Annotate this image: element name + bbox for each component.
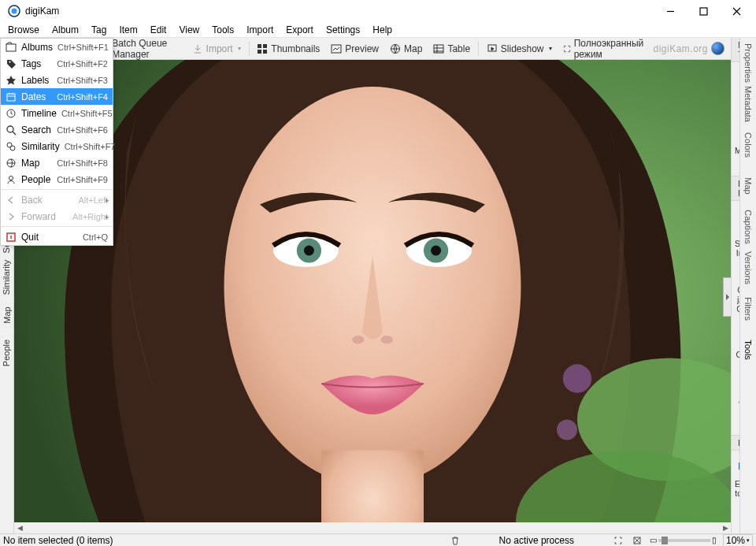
right-tab-properties[interactable]: Properties xyxy=(743,43,753,83)
status-trash-button[interactable] xyxy=(449,535,461,546)
zoom-slider[interactable]: ▭ ▯ xyxy=(650,536,717,544)
browse-item-map[interactable]: MapCtrl+Shift+F8 xyxy=(1,154,113,171)
menu-tools[interactable]: Tools xyxy=(206,23,240,37)
tags-icon xyxy=(6,58,17,69)
browse-item-back[interactable]: BackAlt+Left▸ xyxy=(1,191,113,208)
tb-slideshow[interactable]: Slideshow▾ xyxy=(482,42,557,56)
title-bar: digiKam xyxy=(0,0,756,22)
browse-item-people[interactable]: PeopleCtrl+Shift+F9 xyxy=(1,171,113,188)
close-button[interactable] xyxy=(720,0,753,22)
right-tab-colors[interactable]: Colors xyxy=(743,132,753,158)
tool-export-box[interactable]: boxExport to Box xyxy=(733,455,740,511)
tool-adjust-time[interactable]: Adjust Time Date xyxy=(733,372,740,427)
forward-icon xyxy=(6,211,17,222)
menu-view[interactable]: View xyxy=(172,23,206,37)
quit-icon xyxy=(6,232,17,243)
tb-table[interactable]: Table xyxy=(428,42,475,56)
globe-icon xyxy=(711,42,724,55)
right-tab-metadata[interactable]: Metadata xyxy=(743,86,753,122)
tb-map[interactable]: Map xyxy=(385,42,427,56)
tb-thumbnails[interactable]: Thumbnails xyxy=(252,42,324,56)
menu-import[interactable]: Import xyxy=(240,23,280,37)
browse-item-forward[interactable]: ForwardAlt+Right▸ xyxy=(1,208,113,225)
svg-point-66 xyxy=(9,176,13,180)
svg-rect-7 xyxy=(263,50,267,54)
main-toolbar: Batch Queue Manager Import▾ Thumbnails P… xyxy=(14,38,731,60)
tool-blend[interactable]: Blend Stacked Images xyxy=(733,206,740,261)
menu-settings[interactable]: Settings xyxy=(320,23,366,37)
svg-point-20 xyxy=(431,246,441,256)
tool-print[interactable]: Print Creator xyxy=(733,317,740,372)
browse-item-timeline[interactable]: TimelineCtrl+Shift+F5 xyxy=(1,105,113,121)
tool-image-editor[interactable]: Image Editor xyxy=(733,67,740,122)
minimize-button[interactable] xyxy=(654,0,687,22)
browse-item-dates[interactable]: DatesCtrl+Shift+F4 xyxy=(1,88,113,105)
svg-point-21 xyxy=(352,336,365,344)
section-main-tools: Main Tools Image Editor Tag Manager Batc… xyxy=(732,38,739,176)
browse-item-search[interactable]: SearchCtrl+Shift+F6 xyxy=(1,121,113,138)
svg-point-26 xyxy=(557,420,577,440)
tb-fullscreen[interactable]: Полноэкранный режим xyxy=(558,36,652,61)
right-tab-filters[interactable]: Filters xyxy=(743,297,753,321)
menu-export[interactable]: Export xyxy=(280,23,320,37)
app-icon xyxy=(8,5,20,17)
brand-link[interactable]: digiKam.org xyxy=(653,42,728,55)
menu-album[interactable]: Album xyxy=(46,23,85,37)
tb-preview[interactable]: Preview xyxy=(326,42,384,56)
left-tab-map[interactable]: Map xyxy=(2,306,12,323)
status-process: No active process xyxy=(499,535,574,546)
section-header: Main Tools xyxy=(732,38,740,62)
right-tab-tools[interactable]: Tools xyxy=(743,340,753,360)
browse-item-similarity[interactable]: SimilarityCtrl+Shift+F7 xyxy=(1,138,113,154)
scroll-right-arrow[interactable]: ▶ xyxy=(720,522,731,533)
tb-import[interactable]: Import▾ xyxy=(187,42,246,56)
right-sidebar-tabs: Properties Metadata Colors Map Captions … xyxy=(740,38,756,533)
menu-edit[interactable]: Edit xyxy=(144,23,173,37)
left-tab-people[interactable]: People xyxy=(2,340,12,366)
section-header: Post-Processing xyxy=(732,176,740,201)
browse-item-labels[interactable]: LabelsCtrl+Shift+F3 xyxy=(1,72,113,88)
svg-point-62 xyxy=(7,126,13,132)
right-tab-versions[interactable]: Versions xyxy=(743,251,753,284)
browse-item-albums[interactable]: AlbumsCtrl+Shift+F1 xyxy=(1,39,113,55)
image-preview-area[interactable]: ◀ ▶ xyxy=(14,60,731,533)
svg-point-1 xyxy=(12,9,17,14)
status-selection: No item selected (0 items) xyxy=(3,535,113,546)
app-title: digiKam xyxy=(25,6,59,17)
right-tab-captions[interactable]: Captions xyxy=(743,210,753,243)
section-export: Export boxExport to Box Export to Dropbo… xyxy=(732,436,739,533)
tool-jalbum[interactable]: Create jAlbum Gallery xyxy=(733,262,740,317)
menu-tag[interactable]: Tag xyxy=(85,23,113,37)
menu-browse[interactable]: Browse xyxy=(2,23,46,37)
left-tab-similarity[interactable]: Similarity xyxy=(2,260,12,295)
albums-icon xyxy=(6,42,17,53)
back-icon xyxy=(6,195,17,206)
panel-drag-handle[interactable] xyxy=(723,277,731,317)
tools-panel: Main Tools Image Editor Tag Manager Batc… xyxy=(732,38,740,533)
tool-maintenance[interactable]: Maintena... xyxy=(733,122,740,168)
zoom-in-icon[interactable]: ▯ xyxy=(712,536,717,544)
svg-rect-2 xyxy=(700,8,707,15)
horizontal-scrollbar[interactable]: ◀ ▶ xyxy=(14,522,731,533)
menu-item[interactable]: Item xyxy=(113,23,143,37)
svg-rect-59 xyxy=(6,44,16,51)
status-fit-button[interactable] xyxy=(631,535,643,546)
center-area: Batch Queue Manager Import▾ Thumbnails P… xyxy=(14,38,732,533)
scroll-left-arrow[interactable]: ◀ xyxy=(14,522,25,533)
similarity-icon xyxy=(6,141,17,152)
people-icon xyxy=(6,174,17,185)
labels-icon xyxy=(6,75,17,86)
timeline-icon xyxy=(6,108,17,119)
zoom-percent[interactable]: 10%▾ xyxy=(723,534,753,547)
svg-point-64 xyxy=(10,146,15,150)
zoom-out-icon[interactable]: ▭ xyxy=(650,536,657,544)
maximize-button[interactable] xyxy=(687,0,720,22)
menu-help[interactable]: Help xyxy=(366,23,398,37)
status-fullscreen-button[interactable] xyxy=(612,535,624,546)
browse-item-tags[interactable]: TagsCtrl+Shift+F2 xyxy=(1,55,113,72)
svg-point-25 xyxy=(563,364,591,392)
search-icon xyxy=(6,124,17,136)
right-tab-map[interactable]: Map xyxy=(743,177,753,194)
tool-export-flickr[interactable]: Export to Flickr xyxy=(733,511,740,533)
browse-item-quit[interactable]: QuitCtrl+Q xyxy=(1,228,113,245)
